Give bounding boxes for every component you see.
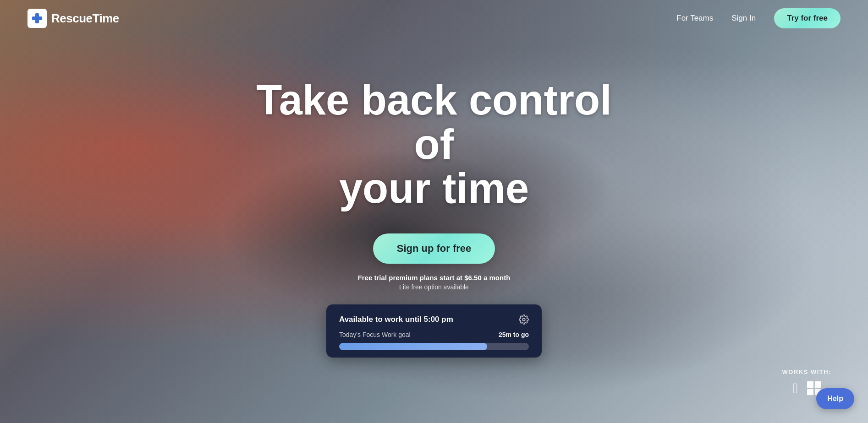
sign-in-link[interactable]: Sign In [731,14,756,23]
focus-card: Available to work until 5:00 pm Today's … [326,304,542,358]
hero-content: Take back control of your time Sign up f… [0,37,868,358]
focus-card-header: Available to work until 5:00 pm [339,315,529,325]
focus-progress-bar [339,343,529,350]
logo-icon [27,9,47,28]
focus-goal-value: 25m to go [499,331,529,338]
hero-subtext: Free trial premium plans start at $6.50 … [358,274,511,291]
focus-card-goal-row: Today's Focus Work goal 25m to go [339,331,529,338]
nav-links: For Teams Sign In Try for free [676,8,841,28]
progress-bar-fill [339,343,487,350]
hero-free-option-text: Lite free option available [358,283,511,291]
svg-point-0 [522,318,525,321]
brand-name: RescueTime [51,11,119,26]
hero-title: Take back control of your time [239,78,629,211]
hero-signup-button[interactable]: Sign up for free [373,233,495,264]
apple-icon:  [792,381,798,396]
logo-cross-icon [32,13,42,23]
focus-goal-label: Today's Focus Work goal [339,331,411,338]
nav-try-free-button[interactable]: Try for free [774,8,841,28]
gear-icon[interactable] [519,315,529,325]
focus-card-title: Available to work until 5:00 pm [339,315,453,324]
navbar: RescueTime For Teams Sign In Try for fre… [0,0,868,37]
help-button[interactable]: Help [816,388,854,409]
works-with-label: WORKS WITH: [782,369,831,375]
for-teams-link[interactable]: For Teams [676,14,713,23]
hero-pricing-text: Free trial premium plans start at $6.50 … [358,274,511,282]
logo[interactable]: RescueTime [27,9,119,28]
